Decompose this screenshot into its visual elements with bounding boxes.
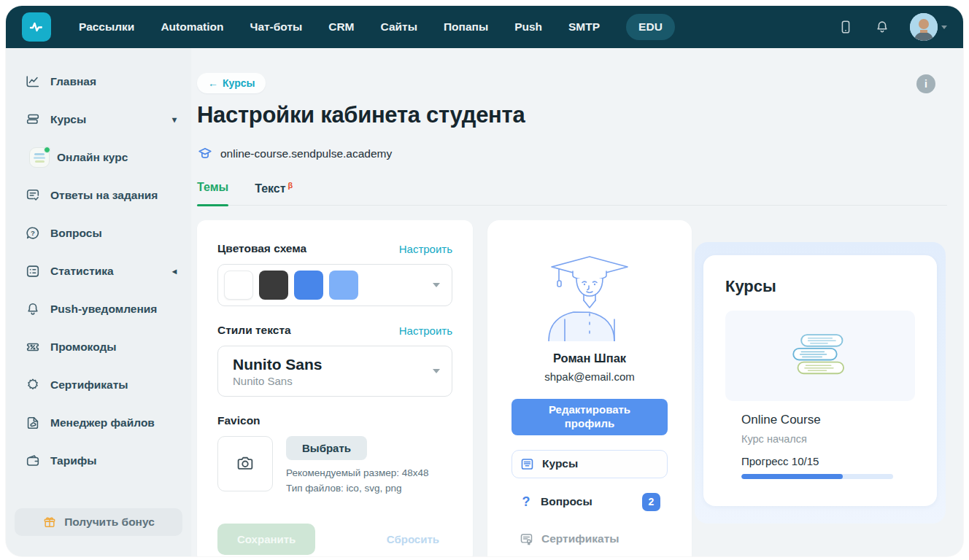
favicon-types-hint: Тип файлов: ico, svg, png xyxy=(286,481,429,497)
back-label: Курсы xyxy=(223,77,255,89)
preview-menu-label: Курсы xyxy=(542,457,578,470)
sidebar-item-home[interactable]: Главная xyxy=(6,69,191,94)
sidebar-item-assignments[interactable]: Ответы на задания xyxy=(6,183,191,208)
nav-item-crm[interactable]: CRM xyxy=(328,20,354,34)
progress-bar xyxy=(741,474,893,479)
chevron-down-icon xyxy=(941,26,947,29)
avatar-photo xyxy=(910,13,938,41)
files-icon xyxy=(25,415,41,431)
configure-color-scheme-link[interactable]: Настроить xyxy=(399,243,452,255)
progress-fill xyxy=(741,474,843,479)
course-info: Online Course Курс начался Прогресс 10/1… xyxy=(725,401,915,479)
font-preview: Nunito Sans xyxy=(233,375,323,387)
get-bonus-label: Получить бонус xyxy=(64,516,155,529)
color-scheme-select[interactable] xyxy=(217,264,452,306)
sidebar-item-label: Курсы xyxy=(50,113,86,126)
sidebar-item-questions[interactable]: ? Вопросы xyxy=(6,221,191,246)
tabs: Темы Текстβ xyxy=(197,181,947,206)
nav-item-rassylki[interactable]: Рассылки xyxy=(79,20,134,34)
sidebar-item-label: Вопросы xyxy=(50,227,102,240)
favicon-size-hint: Рекомендуемый размер: 48x48 xyxy=(286,466,429,481)
courses-card: Курсы xyxy=(703,255,937,506)
student-name: Роман Шпак xyxy=(553,351,626,365)
sidebar-item-promocodes[interactable]: Промокоды xyxy=(6,335,191,359)
nav-item-edu-active[interactable]: EDU xyxy=(626,14,675,40)
preview-menu-questions[interactable]: ? Вопросы 2 xyxy=(511,487,668,517)
nav-item-push[interactable]: Push xyxy=(514,20,542,34)
nav-item-chatbots[interactable]: Чат-боты xyxy=(250,20,302,34)
reset-link[interactable]: Сбросить xyxy=(387,533,439,545)
tab-text-label: Текст xyxy=(255,182,285,195)
wallet-icon xyxy=(25,453,41,469)
course-card-icon xyxy=(520,456,535,472)
student-cabinet-domain[interactable]: online-course.sendpulse.academy xyxy=(220,147,392,160)
notifications-bell-icon[interactable] xyxy=(873,18,891,36)
questions-count-badge: 2 xyxy=(642,493,660,511)
camera-icon xyxy=(234,453,256,475)
configure-text-styles-link[interactable]: Настроить xyxy=(399,324,452,337)
sidebar-item-push[interactable]: Push-уведомления xyxy=(6,297,191,322)
sidebar-item-file-manager[interactable]: Менеджер файлов xyxy=(6,411,191,435)
progress-label: Прогресс 10/15 xyxy=(741,455,909,467)
back-to-courses-link[interactable]: ← Курсы xyxy=(197,73,266,93)
sidebar-item-online-course[interactable]: Онлайн курс xyxy=(6,145,191,170)
student-illustration xyxy=(531,252,648,341)
sidebar-item-statistics[interactable]: Статистика ◂ xyxy=(6,259,191,284)
sidebar-item-certificates[interactable]: Сертификаты xyxy=(6,373,191,397)
sidebar-item-courses[interactable]: Курсы ▾ xyxy=(6,107,191,132)
nav-item-sites[interactable]: Сайты xyxy=(381,20,417,34)
sendpulse-logo-icon[interactable] xyxy=(22,12,51,42)
main-nav: Рассылки Automation Чат-боты CRM Сайты П… xyxy=(79,14,675,40)
preview-menu-label: Вопросы xyxy=(541,495,592,508)
sidebar-item-label: Сертификаты xyxy=(50,378,128,392)
caret-left-icon: ◂ xyxy=(172,266,177,276)
edit-profile-button[interactable]: Редактировать профиль xyxy=(511,399,668,435)
choose-favicon-button[interactable]: Выбрать xyxy=(286,436,367,460)
beta-badge: β xyxy=(288,181,293,190)
tab-text[interactable]: Текстβ xyxy=(255,181,293,205)
color-swatch-lightblue xyxy=(329,271,358,300)
sidebar-item-label: Главная xyxy=(50,75,96,88)
course-name[interactable]: Online Course xyxy=(741,413,909,427)
student-email: shpak@email.com xyxy=(544,370,635,383)
nav-item-smtp[interactable]: SMTP xyxy=(568,20,600,34)
favicon-label: Favicon xyxy=(217,414,452,427)
certificate-icon xyxy=(25,377,41,393)
panels-row: Цветовая схема Настроить Стили текста На… xyxy=(197,220,947,556)
color-swatch-white xyxy=(224,271,253,300)
assignment-icon xyxy=(25,187,41,203)
sidebar-item-tariffs[interactable]: Тарифы xyxy=(6,448,191,473)
preview-menu-courses[interactable]: Курсы xyxy=(511,450,668,478)
course-status: Курс начался xyxy=(741,433,909,445)
preview-menu-certificates[interactable]: Сертификаты xyxy=(511,526,668,553)
get-bonus-button[interactable]: Получить бонус xyxy=(15,508,182,536)
sidebar-item-label: Push-уведомления xyxy=(50,303,157,316)
sidebar-item-label: Промокоды xyxy=(50,341,117,354)
caret-down-icon xyxy=(433,283,440,287)
save-button[interactable]: Сохранить xyxy=(217,524,315,555)
course-thumbnail xyxy=(29,147,50,168)
color-swatch-blue xyxy=(294,271,323,300)
chart-icon xyxy=(25,74,41,90)
theme-settings-card: Цветовая схема Настроить Стили текста На… xyxy=(197,220,473,556)
font-select[interactable]: Nunito Sans Nunito Sans xyxy=(217,346,452,396)
question-mark-icon: ? xyxy=(519,494,533,510)
user-avatar[interactable] xyxy=(910,13,947,41)
top-navbar: Рассылки Automation Чат-боты CRM Сайты П… xyxy=(6,6,963,48)
sidebar-item-label: Онлайн курс xyxy=(57,151,128,164)
preview-menu: Курсы ? Вопросы 2 xyxy=(511,450,668,553)
course-cover[interactable] xyxy=(725,311,915,401)
caret-down-icon: ▾ xyxy=(172,114,177,125)
info-icon[interactable]: i xyxy=(916,74,935,93)
favicon-upload-box[interactable] xyxy=(217,436,273,491)
mobile-app-icon[interactable] xyxy=(837,18,854,36)
certificate-doc-icon xyxy=(519,532,534,547)
nav-item-popups[interactable]: Попапы xyxy=(444,20,488,34)
sidebar-item-label: Тарифы xyxy=(50,454,97,467)
tab-themes[interactable]: Темы xyxy=(197,181,228,205)
caret-down-icon xyxy=(433,369,440,373)
back-arrow-icon: ← xyxy=(208,77,218,89)
gift-icon xyxy=(42,515,57,529)
main-content: ← Курсы i Настройки кабинета студента on… xyxy=(191,48,963,556)
nav-item-automation[interactable]: Automation xyxy=(161,20,223,34)
